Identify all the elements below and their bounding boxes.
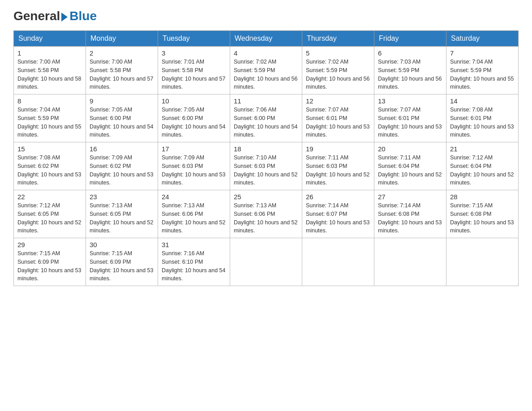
- day-info: Sunrise: 7:12 AMSunset: 6:05 PMDaylight:…: [17, 201, 82, 235]
- logo-general-text: General: [13, 9, 60, 23]
- day-info: Sunrise: 7:11 AMSunset: 6:04 PMDaylight:…: [378, 154, 442, 187]
- day-cell-26: 26 Sunrise: 7:14 AMSunset: 6:07 PMDaylig…: [302, 190, 374, 238]
- day-cell-29: 29 Sunrise: 7:15 AMSunset: 6:09 PMDaylig…: [14, 238, 86, 286]
- day-cell-17: 17 Sunrise: 7:09 AMSunset: 6:03 PMDaylig…: [158, 142, 230, 190]
- day-info: Sunrise: 7:02 AMSunset: 5:59 PMDaylight:…: [306, 58, 370, 91]
- empty-cell: [302, 238, 374, 286]
- day-cell-27: 27 Sunrise: 7:14 AMSunset: 6:08 PMDaylig…: [374, 190, 446, 238]
- day-info: Sunrise: 7:05 AMSunset: 6:00 PMDaylight:…: [90, 106, 154, 139]
- day-number: 17: [162, 145, 226, 153]
- day-number: 7: [450, 49, 515, 57]
- day-info: Sunrise: 7:05 AMSunset: 6:00 PMDaylight:…: [162, 106, 226, 139]
- day-info: Sunrise: 7:15 AMSunset: 6:09 PMDaylight:…: [17, 249, 82, 283]
- day-number: 14: [450, 97, 515, 105]
- day-info: Sunrise: 7:04 AMSunset: 5:59 PMDaylight:…: [17, 106, 82, 139]
- day-cell-5: 5 Sunrise: 7:02 AMSunset: 5:59 PMDayligh…: [302, 47, 374, 94]
- day-info: Sunrise: 7:09 AMSunset: 6:02 PMDaylight:…: [90, 154, 154, 187]
- day-number: 3: [162, 49, 226, 57]
- day-info: Sunrise: 7:01 AMSunset: 5:58 PMDaylight:…: [162, 58, 226, 91]
- day-cell-10: 10 Sunrise: 7:05 AMSunset: 6:00 PMDaylig…: [158, 94, 230, 142]
- day-number: 12: [306, 97, 370, 105]
- day-number: 9: [90, 97, 154, 105]
- day-cell-14: 14 Sunrise: 7:08 AMSunset: 6:01 PMDaylig…: [446, 94, 519, 142]
- header-day-thursday: Thursday: [302, 31, 374, 47]
- day-info: Sunrise: 7:04 AMSunset: 5:59 PMDaylight:…: [450, 58, 515, 91]
- header-day-friday: Friday: [374, 31, 446, 47]
- week-row-3: 15 Sunrise: 7:08 AMSunset: 6:02 PMDaylig…: [14, 142, 519, 190]
- day-number: 27: [378, 193, 442, 201]
- header-day-monday: Monday: [86, 31, 158, 47]
- header-day-sunday: Sunday: [14, 31, 86, 47]
- logo-blue-text: Blue: [69, 9, 97, 23]
- week-row-1: 1 Sunrise: 7:00 AMSunset: 5:58 PMDayligh…: [14, 47, 519, 94]
- day-info: Sunrise: 7:12 AMSunset: 6:04 PMDaylight:…: [450, 154, 515, 187]
- day-info: Sunrise: 7:02 AMSunset: 5:59 PMDaylight:…: [234, 58, 298, 91]
- day-number: 21: [450, 145, 515, 153]
- day-cell-4: 4 Sunrise: 7:02 AMSunset: 5:59 PMDayligh…: [230, 47, 302, 94]
- day-number: 4: [234, 49, 298, 57]
- day-cell-30: 30 Sunrise: 7:15 AMSunset: 6:09 PMDaylig…: [86, 238, 158, 286]
- day-info: Sunrise: 7:15 AMSunset: 6:08 PMDaylight:…: [450, 201, 515, 235]
- day-info: Sunrise: 7:00 AMSunset: 5:58 PMDaylight:…: [17, 58, 82, 91]
- day-number: 18: [234, 145, 298, 153]
- day-cell-21: 21 Sunrise: 7:12 AMSunset: 6:04 PMDaylig…: [446, 142, 519, 190]
- header-day-tuesday: Tuesday: [158, 31, 230, 47]
- day-number: 26: [306, 193, 370, 201]
- day-number: 24: [162, 193, 226, 201]
- day-number: 8: [17, 97, 82, 105]
- day-info: Sunrise: 7:14 AMSunset: 6:08 PMDaylight:…: [378, 201, 442, 235]
- day-cell-1: 1 Sunrise: 7:00 AMSunset: 5:58 PMDayligh…: [14, 47, 86, 94]
- day-cell-16: 16 Sunrise: 7:09 AMSunset: 6:02 PMDaylig…: [86, 142, 158, 190]
- day-cell-25: 25 Sunrise: 7:13 AMSunset: 6:06 PMDaylig…: [230, 190, 302, 238]
- day-number: 10: [162, 97, 226, 105]
- day-info: Sunrise: 7:07 AMSunset: 6:01 PMDaylight:…: [378, 106, 442, 139]
- day-cell-13: 13 Sunrise: 7:07 AMSunset: 6:01 PMDaylig…: [374, 94, 446, 142]
- day-info: Sunrise: 7:08 AMSunset: 6:02 PMDaylight:…: [17, 154, 82, 187]
- day-info: Sunrise: 7:06 AMSunset: 6:00 PMDaylight:…: [234, 106, 298, 139]
- day-number: 6: [378, 49, 442, 57]
- empty-cell: [446, 238, 519, 286]
- day-number: 5: [306, 49, 370, 57]
- day-number: 11: [234, 97, 298, 105]
- day-cell-2: 2 Sunrise: 7:00 AMSunset: 5:58 PMDayligh…: [86, 47, 158, 94]
- day-info: Sunrise: 7:13 AMSunset: 6:06 PMDaylight:…: [162, 201, 226, 235]
- empty-cell: [374, 238, 446, 286]
- day-cell-22: 22 Sunrise: 7:12 AMSunset: 6:05 PMDaylig…: [14, 190, 86, 238]
- calendar-table: SundayMondayTuesdayWednesdayThursdayFrid…: [13, 30, 519, 286]
- day-cell-8: 8 Sunrise: 7:04 AMSunset: 5:59 PMDayligh…: [14, 94, 86, 142]
- day-number: 30: [90, 241, 154, 248]
- day-cell-9: 9 Sunrise: 7:05 AMSunset: 6:00 PMDayligh…: [86, 94, 158, 142]
- day-info: Sunrise: 7:07 AMSunset: 6:01 PMDaylight:…: [306, 106, 370, 139]
- day-number: 29: [17, 241, 82, 248]
- day-cell-11: 11 Sunrise: 7:06 AMSunset: 6:00 PMDaylig…: [230, 94, 302, 142]
- header-day-wednesday: Wednesday: [230, 31, 302, 47]
- logo-arrow-icon: [61, 13, 68, 21]
- day-cell-15: 15 Sunrise: 7:08 AMSunset: 6:02 PMDaylig…: [14, 142, 86, 190]
- page-header: General Blue: [13, 9, 519, 21]
- day-number: 16: [90, 145, 154, 153]
- day-info: Sunrise: 7:09 AMSunset: 6:03 PMDaylight:…: [162, 154, 226, 187]
- day-info: Sunrise: 7:14 AMSunset: 6:07 PMDaylight:…: [306, 201, 370, 235]
- day-info: Sunrise: 7:11 AMSunset: 6:03 PMDaylight:…: [306, 154, 370, 187]
- calendar-header-row: SundayMondayTuesdayWednesdayThursdayFrid…: [14, 31, 519, 47]
- empty-cell: [230, 238, 302, 286]
- day-cell-24: 24 Sunrise: 7:13 AMSunset: 6:06 PMDaylig…: [158, 190, 230, 238]
- day-info: Sunrise: 7:03 AMSunset: 5:59 PMDaylight:…: [378, 58, 442, 91]
- week-row-4: 22 Sunrise: 7:12 AMSunset: 6:05 PMDaylig…: [14, 190, 519, 238]
- day-number: 20: [378, 145, 442, 153]
- day-info: Sunrise: 7:10 AMSunset: 6:03 PMDaylight:…: [234, 154, 298, 187]
- day-cell-31: 31 Sunrise: 7:16 AMSunset: 6:10 PMDaylig…: [158, 238, 230, 286]
- day-number: 25: [234, 193, 298, 201]
- day-number: 28: [450, 193, 515, 201]
- day-cell-7: 7 Sunrise: 7:04 AMSunset: 5:59 PMDayligh…: [446, 47, 519, 94]
- day-cell-23: 23 Sunrise: 7:13 AMSunset: 6:05 PMDaylig…: [86, 190, 158, 238]
- day-number: 22: [17, 193, 82, 201]
- day-info: Sunrise: 7:00 AMSunset: 5:58 PMDaylight:…: [90, 58, 154, 91]
- day-number: 2: [90, 49, 154, 57]
- day-info: Sunrise: 7:15 AMSunset: 6:09 PMDaylight:…: [90, 249, 154, 283]
- day-cell-20: 20 Sunrise: 7:11 AMSunset: 6:04 PMDaylig…: [374, 142, 446, 190]
- day-number: 13: [378, 97, 442, 105]
- day-number: 1: [17, 49, 82, 57]
- day-cell-6: 6 Sunrise: 7:03 AMSunset: 5:59 PMDayligh…: [374, 47, 446, 94]
- day-info: Sunrise: 7:13 AMSunset: 6:05 PMDaylight:…: [90, 201, 154, 235]
